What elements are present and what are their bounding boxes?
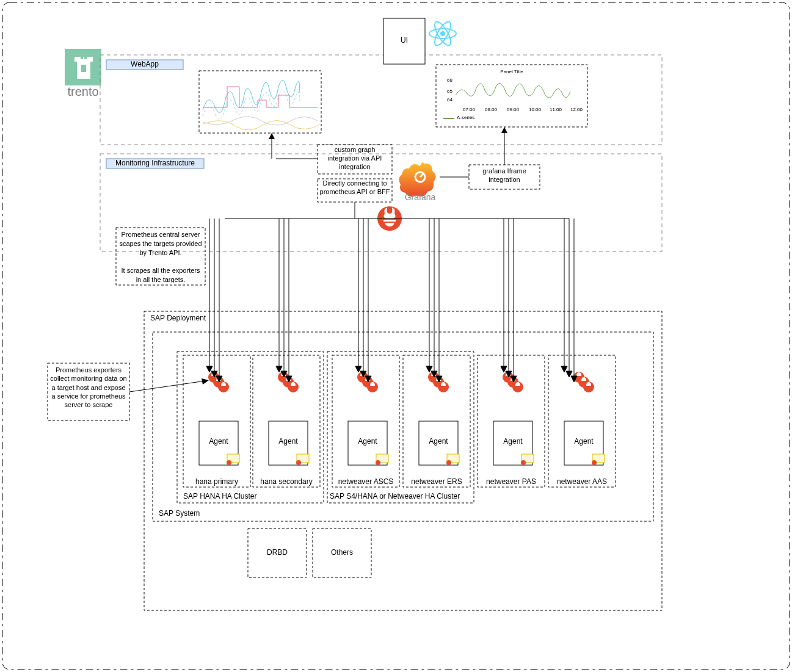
svg-rect-3 [81, 57, 83, 59]
hana-cluster-label: SAP HANA HA Cluster [183, 492, 257, 500]
svg-point-83 [592, 460, 597, 465]
svg-marker-28 [501, 127, 507, 133]
exporters-icons [357, 372, 378, 392]
svg-text:Agent: Agent [358, 437, 377, 446]
svg-text:Agent: Agent [574, 437, 594, 446]
trento-logo: trento [65, 49, 101, 98]
exporters-icons [573, 372, 594, 392]
svg-rect-31 [383, 220, 396, 222]
svg-marker-123 [202, 378, 209, 385]
svg-text:Agent: Agent [503, 437, 523, 446]
svg-text:65: 65 [447, 89, 452, 94]
svg-text:64: 64 [447, 97, 452, 103]
outer-frame [2, 2, 790, 670]
react-logo-icon [429, 20, 456, 48]
svg-text:hana primary: hana primary [195, 477, 238, 486]
grafana-panel: Panel Title 68 65 64 07:00 08:00 09:00 1… [436, 65, 587, 127]
host-nw-ascs: netweaver ASCS Agent [332, 355, 399, 487]
scrape-arrows [206, 219, 577, 382]
others-label: Others [331, 548, 353, 557]
svg-rect-5 [81, 65, 86, 72]
svg-rect-4 [84, 57, 87, 59]
svg-point-56 [376, 460, 380, 465]
sap-system-label: SAP System [159, 509, 200, 518]
svg-text:12:00: 12:00 [570, 107, 583, 112]
svg-text:07:00: 07:00 [463, 107, 476, 112]
svg-text:A-series: A-series [457, 115, 474, 120]
exporters-icons [428, 372, 449, 392]
custom-graph-panel [199, 71, 321, 133]
exporters-icons [503, 372, 523, 392]
svg-text:netweaver ERS: netweaver ERS [411, 477, 462, 486]
svg-marker-24 [269, 133, 275, 139]
svg-text:08:00: 08:00 [485, 107, 498, 112]
ui-label: UI [401, 36, 408, 45]
svg-rect-11 [199, 71, 321, 133]
svg-text:Agent: Agent [209, 437, 228, 446]
grafana-logo-icon [399, 162, 435, 197]
svg-text:Agent: Agent [278, 437, 298, 446]
svg-rect-2 [74, 57, 93, 62]
host-nw-pas: netweaver PAS Agent [478, 355, 545, 487]
grafana-panel-title: Panel Title [500, 69, 523, 74]
svg-text:netweaver PAS: netweaver PAS [486, 477, 536, 486]
svg-text:10:00: 10:00 [529, 107, 542, 112]
svg-text:09:00: 09:00 [507, 107, 520, 112]
svg-text:11:00: 11:00 [550, 107, 562, 112]
s4-cluster-label: SAP S4/HANA or Netweaver HA Cluster [330, 492, 460, 500]
svg-text:netweaver AAS: netweaver AAS [557, 477, 607, 486]
webapp-label-text: WebApp [131, 60, 159, 68]
webapp-region [100, 55, 662, 145]
monitoring-label-text: Monitoring Infrastructure [115, 159, 195, 167]
svg-text:netweaver ASCS: netweaver ASCS [338, 477, 394, 486]
svg-text:Agent: Agent [429, 437, 448, 446]
svg-point-38 [227, 460, 231, 465]
exporters-icons [278, 372, 299, 392]
drbd-label: DRBD [267, 548, 288, 557]
svg-point-65 [446, 460, 451, 465]
svg-text:hana secondary: hana secondary [260, 477, 312, 486]
connector [129, 381, 205, 392]
host-nw-ers: netweaver ERS Agent [403, 355, 470, 487]
svg-point-74 [521, 460, 526, 465]
host-hana-secondary: hana secondary Agent [253, 355, 320, 487]
svg-point-47 [296, 460, 301, 465]
host-nw-aas: netweaver AAS Agent [548, 355, 616, 487]
grafana-text: Grafana [405, 192, 436, 202]
exporters-icons [208, 372, 229, 392]
host-hana-primary: hana primary Agent [183, 355, 250, 487]
diagram-canvas: trento WebApp UI Panel Title 68 65 64 07… [0, 0, 792, 672]
sap-deployment-label: SAP Deployment [150, 314, 206, 322]
svg-text:trento: trento [67, 85, 98, 98]
svg-point-7 [440, 31, 445, 36]
svg-text:68: 68 [447, 78, 452, 83]
